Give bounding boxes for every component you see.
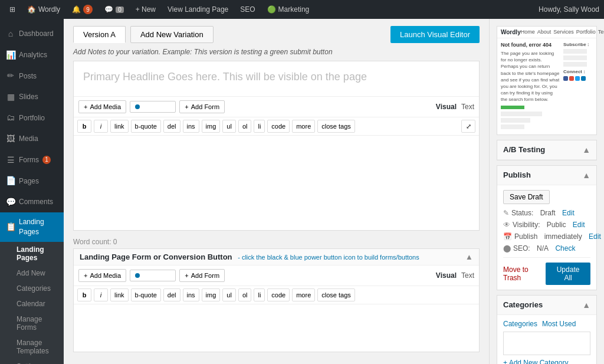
conv-ol-btn[interactable]: ol	[238, 288, 252, 301]
sidebar-label: Slides	[19, 92, 38, 102]
conv-ins-btn[interactable]: ins	[183, 288, 199, 301]
sidebar-item-landing-pages[interactable]: 📋 Landing Pages	[0, 212, 64, 242]
marketing-btn[interactable]: 🟢 Marketing	[262, 0, 314, 19]
marketing-toolbar-btn[interactable]: Marketing	[130, 101, 176, 113]
sidebar-item-posts[interactable]: ✏ Posts	[0, 65, 64, 87]
most-used-link[interactable]: Most Used	[542, 320, 576, 328]
categories-panel-header[interactable]: Categories ▲	[497, 296, 596, 315]
sidebar-item-pages[interactable]: 📄 Pages	[0, 170, 64, 192]
submenu-manage-forms[interactable]: Manage Forms	[0, 311, 64, 335]
submenu-add-new[interactable]: Add New	[0, 265, 64, 281]
preview-green-bar	[501, 106, 524, 109]
sidebar-item-portfolio[interactable]: 🗂 Portfolio	[0, 107, 64, 129]
add-form-btn[interactable]: + Add Form	[179, 100, 225, 113]
conv-bold-btn[interactable]: b	[77, 288, 91, 301]
preview-social	[563, 76, 593, 81]
expand-editor-btn[interactable]: ⤢	[461, 120, 475, 133]
seo-btn[interactable]: SEO	[235, 0, 260, 19]
categories-input-box[interactable]	[503, 332, 590, 355]
submenu-settings[interactable]: Settings	[0, 359, 64, 364]
status-edit-link[interactable]: Edit	[562, 209, 575, 217]
notifications-btn[interactable]: 🔔 9	[67, 0, 97, 19]
seo-check-link[interactable]: Check	[555, 244, 575, 252]
wp-logo-btn[interactable]: ⊞	[5, 0, 20, 19]
more-btn[interactable]: more	[292, 120, 315, 133]
bold-btn[interactable]: b	[77, 120, 91, 133]
conv-ul-btn[interactable]: ul	[222, 288, 236, 301]
editor-placeholder[interactable]: Primary Headline Goes here. This will be…	[74, 61, 479, 97]
add-variation-tab[interactable]: Add New Variation	[130, 26, 214, 43]
editor-content-area[interactable]	[74, 136, 479, 230]
conv-close-tags-btn[interactable]: close tags	[317, 288, 355, 301]
sidebar-item-analytics[interactable]: 📊 Analytics	[0, 45, 64, 66]
add-media-icon2: +	[84, 272, 87, 279]
conversion-box: Landing Page Form or Conversion Button -…	[73, 248, 480, 352]
conv-link-btn[interactable]: link	[110, 288, 129, 301]
marketing-dot-icon2	[135, 273, 140, 278]
conversion-content-area[interactable]	[74, 304, 479, 352]
move-to-trash-link[interactable]: Move to Trash	[503, 265, 546, 282]
all-categories-link[interactable]: Categories	[503, 320, 537, 328]
sidebar-item-slides[interactable]: ▦ Slides	[0, 87, 64, 108]
site-name-btn[interactable]: 🏠 Wordly	[22, 0, 65, 19]
ol-btn[interactable]: ol	[238, 120, 252, 133]
ab-testing-panel-header[interactable]: A/B Testing ▲	[497, 140, 596, 160]
conv-more-btn[interactable]: more	[292, 288, 315, 301]
marketing-dot-icon	[135, 104, 140, 109]
conversion-marketing-btn[interactable]: Marketing	[130, 270, 176, 281]
publish-time-edit-link[interactable]: Edit	[589, 232, 601, 241]
add-media-btn[interactable]: + Add Media	[78, 100, 126, 113]
sidebar-item-dashboard[interactable]: ⌂ Dashboard	[0, 24, 64, 45]
conversion-text-tab[interactable]: Text	[461, 271, 474, 280]
marketing-label: Marketing	[278, 5, 310, 14]
new-btn[interactable]: + New	[131, 0, 160, 19]
conv-del-btn[interactable]: del	[163, 288, 180, 301]
view-landing-btn[interactable]: View Landing Page	[163, 0, 233, 19]
update-all-btn[interactable]: Update All	[546, 263, 590, 285]
comments-btn[interactable]: 💬 0	[100, 0, 129, 19]
code-btn[interactable]: code	[267, 120, 290, 133]
del-btn[interactable]: del	[163, 120, 180, 133]
categories-body: Categories Most Used + Add New Category	[497, 315, 596, 365]
link-btn[interactable]: link	[110, 120, 129, 133]
close-conversion-btn[interactable]: ▲	[465, 252, 473, 261]
save-draft-btn[interactable]: Save Draft	[503, 190, 550, 204]
conv-li-btn[interactable]: li	[254, 288, 265, 301]
bquote-btn[interactable]: b-quote	[131, 120, 161, 133]
conv-bquote-btn[interactable]: b-quote	[131, 288, 161, 301]
ul-btn[interactable]: ul	[222, 120, 236, 133]
conv-img-btn[interactable]: img	[202, 288, 221, 301]
text-tab[interactable]: Text	[461, 103, 474, 111]
main-editor-box: Primary Headline Goes here. This will be…	[73, 61, 480, 231]
img-btn[interactable]: img	[202, 120, 221, 133]
editor-toolbar: + Add Media Marketing + Add Form Visual …	[74, 97, 479, 117]
sidebar-item-comments[interactable]: 💬 Comments	[0, 192, 64, 213]
status-row: ✎ Status: Draft Edit	[503, 209, 590, 217]
conversion-add-form-btn[interactable]: + Add Form	[179, 269, 225, 282]
launch-visual-editor-btn[interactable]: Launch Visual Editor	[390, 26, 480, 43]
conv-code-btn[interactable]: code	[267, 288, 290, 301]
submenu-categories[interactable]: Categories	[0, 281, 64, 296]
close-tags-btn[interactable]: close tags	[317, 120, 355, 133]
conv-italic-btn[interactable]: i	[94, 288, 108, 301]
status-value: Draft	[540, 209, 556, 217]
version-a-tab[interactable]: Version A	[73, 26, 126, 43]
publish-panel: Publish ▲ Save Draft ✎ Status: Draft Edi…	[497, 165, 597, 290]
sidebar-item-forms[interactable]: ☰ Forms 1	[0, 150, 64, 171]
publish-panel-header[interactable]: Publish ▲	[497, 166, 596, 185]
visibility-edit-link[interactable]: Edit	[573, 221, 585, 229]
sidebar-label: Analytics	[19, 50, 47, 60]
visual-tab[interactable]: Visual	[436, 103, 457, 111]
li-btn[interactable]: li	[254, 120, 265, 133]
ins-btn[interactable]: ins	[183, 120, 199, 133]
conversion-add-media-btn[interactable]: + Add Media	[78, 269, 126, 282]
content-area: Version A Add New Variation Launch Visua…	[64, 19, 489, 364]
conversion-visual-tab[interactable]: Visual	[436, 271, 457, 280]
submenu-landing-pages[interactable]: Landing Pages	[0, 242, 64, 265]
publish-time-label: Publish	[514, 232, 537, 241]
italic-btn[interactable]: i	[94, 120, 108, 133]
submenu-calendar[interactable]: Calendar	[0, 296, 64, 311]
add-new-category-link[interactable]: + Add New Category	[503, 359, 590, 365]
sidebar-item-media[interactable]: 🖼 Media	[0, 129, 64, 150]
submenu-manage-templates[interactable]: Manage Templates	[0, 335, 64, 359]
